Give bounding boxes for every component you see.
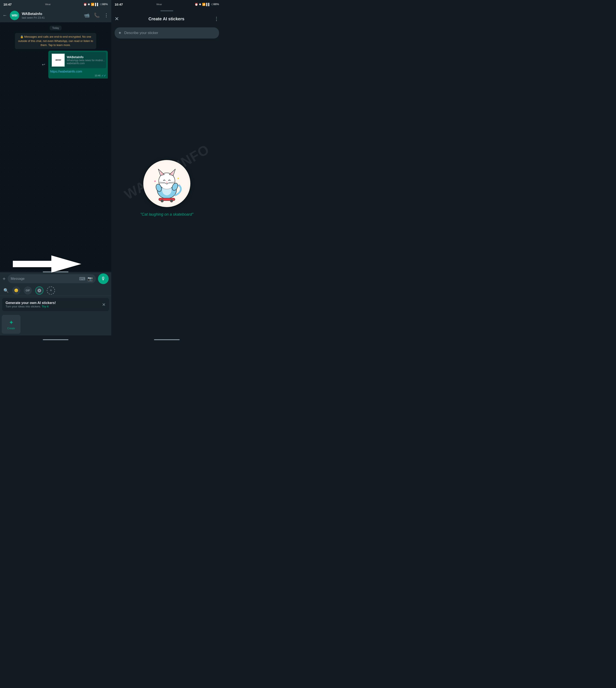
- svg-point-16: [161, 199, 163, 202]
- attach-button[interactable]: +: [3, 276, 5, 282]
- ai-promo-text: Generate your own AI stickers! Turn your…: [5, 301, 102, 308]
- time-left: 10:47: [3, 3, 12, 6]
- link-domain: wabetainfo.com: [67, 62, 105, 65]
- sparkle-icon: ✦: [9, 319, 14, 326]
- camera-icon[interactable]: 📷: [87, 276, 93, 281]
- sticker-image-container: ✦ ★ ✦: [143, 160, 190, 207]
- contact-name: WABetaInfo: [22, 12, 81, 16]
- drag-handle: [111, 8, 222, 13]
- create-label: Create: [7, 327, 15, 330]
- wear-label-left: Wear: [45, 3, 51, 5]
- mic-button[interactable]: 🎙: [98, 273, 109, 284]
- ai-promo-title: Generate your own AI stickers!: [5, 301, 102, 305]
- gif-tab[interactable]: GIF: [24, 286, 32, 295]
- bluetooth-icon: ✱: [88, 3, 90, 6]
- more-options-button[interactable]: ⋮: [104, 13, 109, 18]
- describe-placeholder: Describe your sticker: [124, 31, 216, 35]
- ai-try-link[interactable]: Try it: [42, 305, 48, 308]
- ai-promo-close-button[interactable]: ✕: [102, 302, 106, 307]
- link-desc: WhatsApp beta news for Androi...: [67, 59, 105, 62]
- sticker-tabs: 🔍 😊 GIF +: [0, 285, 111, 296]
- ai-promo-subtitle: Turn your ideas into stickers. Try it: [5, 305, 102, 308]
- sticker-screen-header: ✕ Create AI stickers ⋮: [111, 13, 222, 25]
- chat-background: Today 🔒 Messages and calls are end-to-en…: [0, 22, 111, 272]
- cat-svg: ✦ ★ ✦: [148, 164, 186, 203]
- bottom-nav-right: [111, 336, 222, 344]
- link-preview-card: ABETAINF WABetaInfo WhatsApp beta news f…: [50, 52, 106, 68]
- system-message[interactable]: 🔒 Messages and calls are end-to-end encr…: [15, 33, 96, 49]
- ai-promo-banner: Generate your own AI stickers! Turn your…: [2, 298, 109, 311]
- status-icons-right: ⏰ ✱ 📶 ▌▌ ⬭98%: [195, 3, 219, 6]
- svg-point-17: [170, 199, 173, 202]
- last-seen: last seen Fri 23:41: [22, 16, 81, 19]
- alarm-icon: ⏰: [83, 3, 87, 6]
- nav-indicator-left: [43, 339, 68, 340]
- date-badge: Today: [50, 26, 62, 30]
- message-input-field[interactable]: Message ⌨ 📷: [8, 274, 96, 283]
- sticker-preview-area: ✦ ★ ✦ "Cat laughing on a skateboard": [111, 41, 222, 336]
- svg-point-7: [166, 181, 168, 183]
- forward-icon: ↩: [42, 62, 45, 67]
- read-receipt: ✓✓: [102, 74, 106, 77]
- signal-icon-r: ▌▌: [206, 3, 210, 6]
- status-icons-left: ⏰ ✱ 📶 ▌▌ ⬭98%: [83, 3, 108, 6]
- header-icons: 📹 📞 ⋮: [84, 13, 109, 18]
- voice-call-button[interactable]: 📞: [94, 13, 100, 18]
- message-bubble-wrap: ↩ ABETAINF WABetaInfo WhatsApp beta news…: [48, 51, 108, 79]
- status-bar-right: 10:47 Wear ⏰ ✱ 📶 ▌▌ ⬭98%: [111, 0, 222, 8]
- nav-indicator-right: [154, 339, 180, 340]
- describe-input-wrap[interactable]: ✦ Describe your sticker: [115, 27, 219, 39]
- wear-label-right: Wear: [156, 3, 162, 5]
- bluetooth-icon-r: ✱: [199, 3, 201, 6]
- message-placeholder: Message: [11, 277, 77, 281]
- signal-icon: ▌▌: [95, 3, 99, 6]
- svg-point-12: [162, 185, 172, 195]
- avatar: WBI: [10, 11, 19, 20]
- more-options-right-button[interactable]: ⋮: [214, 16, 219, 22]
- link-thumb-text: ABETAINF: [51, 53, 65, 67]
- add-sticker-tab[interactable]: +: [47, 286, 55, 295]
- link-preview: ABETAINF WABetaInfo WhatsApp beta news f…: [50, 52, 106, 73]
- sticker-picker: 🔍 😊 GIF + Generate your own AI stickers!…: [0, 285, 111, 336]
- battery-icon: ⬭98%: [100, 3, 108, 6]
- message-time: 10:46 ✓✓: [50, 74, 106, 77]
- mic-icon: 🎙: [101, 276, 106, 282]
- svg-text:★: ★: [177, 177, 179, 180]
- svg-marker-0: [13, 255, 81, 273]
- svg-text:✦: ✦: [154, 179, 156, 183]
- close-button[interactable]: ✕: [115, 16, 119, 22]
- cat-sticker-art: ✦ ★ ✦: [146, 162, 188, 205]
- video-call-button[interactable]: 📹: [84, 13, 90, 18]
- sticker-caption: "Cat laughing on a skateboard": [140, 212, 193, 217]
- chat-info: WABetaInfo last seen Fri 23:41: [22, 12, 81, 19]
- link-url[interactable]: https://wabetainfo.com: [50, 69, 106, 73]
- back-button[interactable]: ←: [3, 13, 7, 18]
- sticker-search-icon[interactable]: 🔍: [3, 288, 9, 293]
- link-title: WABetaInfo: [67, 56, 105, 59]
- chat-header: ← WBI WABetaInfo last seen Fri 23:41 📹 📞…: [0, 8, 111, 22]
- sparkle-input-icon: ✦: [118, 30, 122, 36]
- right-panel: 10:47 Wear ⏰ ✱ 📶 ▌▌ ⬭98% ✕ Create AI sti…: [111, 0, 222, 344]
- wifi-icon-r: 📶: [202, 3, 205, 6]
- time-right: 10:47: [115, 3, 123, 6]
- alarm-icon-r: ⏰: [195, 3, 198, 6]
- message-bubble[interactable]: ABETAINF WABetaInfo WhatsApp beta news f…: [48, 51, 108, 79]
- sticker-grid: ✦ Create: [0, 313, 111, 336]
- svg-text:✦: ✦: [179, 184, 180, 186]
- battery-icon-r: ⬭98%: [211, 3, 219, 6]
- sticker-tab[interactable]: [35, 286, 43, 295]
- arrow-pointer: [13, 253, 81, 276]
- emoji-tab[interactable]: 😊: [12, 286, 20, 295]
- keyboard-icon[interactable]: ⌨: [79, 276, 85, 281]
- status-bar-left: 10:47 Wear ⏰ ✱ 📶 ▌▌ ⬭98%: [0, 0, 111, 8]
- bottom-nav-left: [0, 336, 111, 344]
- left-panel: 10:47 Wear ⏰ ✱ 📶 ▌▌ ⬭98% ← WBI WABetaInf…: [0, 0, 111, 344]
- link-meta: WABetaInfo WhatsApp beta news for Androi…: [67, 53, 105, 67]
- sticker-screen-title: Create AI stickers: [122, 17, 211, 21]
- link-thumbnail: ABETAINF: [51, 53, 65, 67]
- drag-handle-bar: [160, 10, 173, 11]
- create-sticker-button[interactable]: ✦ Create: [2, 315, 21, 334]
- wifi-icon: 📶: [91, 3, 94, 6]
